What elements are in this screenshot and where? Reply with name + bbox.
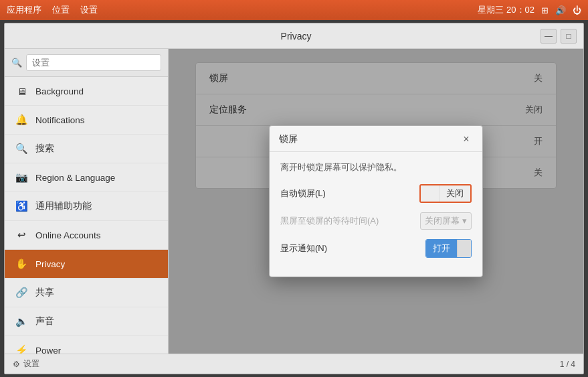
network-icon: ⊞ xyxy=(541,5,549,15)
region-icon: 📷 xyxy=(14,170,29,185)
search-icon: 🔍 xyxy=(11,58,22,68)
wait-time-row: 黑屏至锁屏的等待时间(A) 关闭屏幕 ▾ xyxy=(280,212,472,230)
auto-lock-label: 自动锁屏(L) xyxy=(280,187,326,200)
search-input[interactable] xyxy=(26,54,161,71)
sidebar-item-background[interactable]: 🖥 Background xyxy=(5,77,168,106)
footer-settings: ⚙ 设置 xyxy=(13,358,39,370)
apps-menu[interactable]: 应用程序 xyxy=(7,4,41,16)
footer-settings-label: 设置 xyxy=(23,358,39,370)
sidebar-label-privacy: Privacy xyxy=(35,259,65,269)
settings-menu[interactable]: 设置 xyxy=(80,4,98,16)
notif-on-button[interactable]: 打开 xyxy=(426,240,457,257)
privacy-icon: ✋ xyxy=(14,256,29,271)
power-icon[interactable]: ⏻ xyxy=(573,5,581,15)
sidebar: 🔍 🖥 Background 🔔 Notifications 🔍 搜索 📷 Re… xyxy=(5,49,169,354)
main-window: Privacy — □ 🔍 🖥 Background 🔔 Notificatio… xyxy=(4,23,584,374)
window-body: 🔍 🖥 Background 🔔 Notifications 🔍 搜索 📷 Re… xyxy=(5,49,583,354)
dialog-titlebar: 锁屏 × xyxy=(270,126,482,152)
datetime-display: 星期三 20：02 xyxy=(478,4,534,16)
sidebar-label-search: 搜索 xyxy=(35,143,54,155)
sound-icon: 🔈 xyxy=(14,314,29,329)
notification-toggle[interactable]: 打开 xyxy=(425,239,472,258)
page-indicator: 1 / 4 xyxy=(560,360,575,369)
taskbar-right: 星期三 20：02 ⊞ 🔊 ⏻ xyxy=(478,4,581,16)
notification-label: 显示通知(N) xyxy=(280,242,327,254)
sidebar-label-region: Region & Language xyxy=(35,173,115,183)
footer-gear-icon: ⚙ xyxy=(13,360,20,369)
footer: ⚙ 设置 1 / 4 xyxy=(5,354,583,374)
sidebar-label-accessibility: 通用辅助功能 xyxy=(35,200,92,212)
auto-lock-toggle[interactable]: 关闭 xyxy=(419,184,472,203)
auto-lock-value[interactable]: 关闭 xyxy=(439,185,470,202)
dialog-body: 离开时锁定屏幕可以保护隐私。 自动锁屏(L) 关闭 黑屏至锁屏的等待时间(A) xyxy=(270,152,482,277)
sidebar-label-sound: 声音 xyxy=(35,315,54,327)
notification-row: 显示通知(N) 打开 xyxy=(280,239,472,258)
online-accounts-icon: ↩ xyxy=(14,228,29,242)
sidebar-item-accessibility[interactable]: ♿ 通用辅助功能 xyxy=(5,192,168,221)
wait-time-label: 黑屏至锁屏的等待时间(A) xyxy=(280,215,379,227)
modal-overlay: 锁屏 × 离开时锁定屏幕可以保护隐私。 自动锁屏(L) 关闭 xyxy=(169,49,583,354)
main-content: 锁屏 关 定位服务 关闭 开 关 xyxy=(169,49,583,354)
sidebar-label-background: Background xyxy=(35,86,84,96)
sidebar-item-region[interactable]: 📷 Region & Language xyxy=(5,163,168,192)
window-controls: — □ xyxy=(541,29,577,44)
sidebar-item-online-accounts[interactable]: ↩ Online Accounts xyxy=(5,221,168,250)
window-title: Privacy xyxy=(52,31,541,42)
sidebar-item-notifications[interactable]: 🔔 Notifications xyxy=(5,106,168,135)
position-menu[interactable]: 位置 xyxy=(52,4,70,16)
dialog-close-button[interactable]: × xyxy=(460,133,473,146)
sidebar-label-notifications: Notifications xyxy=(35,115,85,125)
sidebar-label-online-accounts: Online Accounts xyxy=(35,230,101,240)
background-icon: 🖥 xyxy=(14,84,29,98)
volume-icon[interactable]: 🔊 xyxy=(555,5,566,15)
accessibility-icon: ♿ xyxy=(14,199,29,214)
window-titlebar: Privacy — □ xyxy=(5,23,583,49)
wait-time-select: 关闭屏幕 ▾ xyxy=(420,212,472,230)
sidebar-item-search[interactable]: 🔍 搜索 xyxy=(5,135,168,163)
search-bar: 🔍 xyxy=(5,49,168,77)
taskbar-menu: 应用程序 位置 设置 xyxy=(7,4,98,16)
search-nav-icon: 🔍 xyxy=(14,141,29,156)
lockscreen-dialog: 锁屏 × 离开时锁定屏幕可以保护隐私。 自动锁屏(L) 关闭 xyxy=(269,125,483,277)
notif-off-button[interactable] xyxy=(457,240,471,257)
sidebar-item-privacy[interactable]: ✋ Privacy xyxy=(5,250,168,279)
auto-lock-row: 自动锁屏(L) 关闭 xyxy=(280,184,472,203)
minimize-button[interactable]: — xyxy=(541,29,557,44)
toggle-track xyxy=(421,185,439,202)
sidebar-item-sound[interactable]: 🔈 声音 xyxy=(5,307,168,336)
dialog-title: 锁屏 xyxy=(279,133,298,145)
wait-time-value: 关闭屏幕 ▾ xyxy=(425,215,467,227)
dialog-description: 离开时锁定屏幕可以保护隐私。 xyxy=(280,161,472,173)
maximize-button[interactable]: □ xyxy=(561,29,577,44)
sidebar-label-share: 共享 xyxy=(35,287,54,299)
sidebar-item-power[interactable]: ⚡ Power xyxy=(5,336,168,354)
sidebar-label-power: Power xyxy=(35,346,61,354)
notifications-icon: 🔔 xyxy=(14,112,29,127)
taskbar: 应用程序 位置 设置 星期三 20：02 ⊞ 🔊 ⏻ xyxy=(0,0,588,20)
sidebar-item-share[interactable]: 🔗 共享 xyxy=(5,279,168,307)
power-icon: ⚡ xyxy=(14,343,29,354)
share-icon: 🔗 xyxy=(14,285,29,300)
